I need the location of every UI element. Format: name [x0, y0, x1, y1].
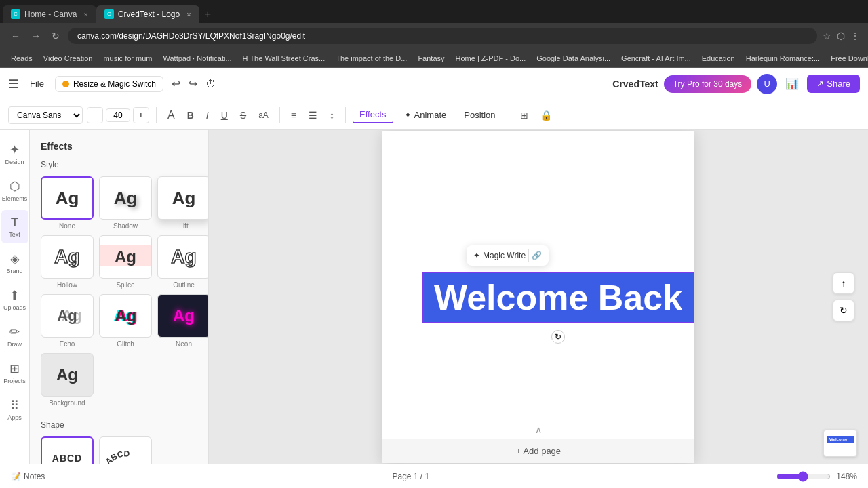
style-item-echo[interactable]: Ag Ag Echo	[41, 294, 94, 348]
animate-button[interactable]: ✦ Animate	[397, 107, 454, 123]
tab-home-close[interactable]: ×	[83, 10, 87, 18]
text-color-button[interactable]: A	[163, 106, 179, 124]
reload-button[interactable]: ↻	[49, 29, 62, 43]
bookmark-gencraft[interactable]: Gencraft - AI Art Im...	[617, 53, 695, 64]
tab-crvedtext-close[interactable]: ×	[186, 10, 191, 18]
zoom-in-button[interactable]: ↑	[833, 272, 854, 294]
resize-handle-button[interactable]: ⊞	[516, 107, 532, 123]
effects-button[interactable]: Effects	[353, 106, 393, 123]
menu-button[interactable]: ⋮	[850, 30, 860, 41]
bookmark-fantasy[interactable]: Fantasy	[414, 53, 448, 64]
welcome-text-container[interactable]: Welcome Back ↻	[422, 272, 694, 323]
style-preview-shadow: Ag	[99, 176, 152, 220]
welcome-text[interactable]: Welcome Back	[422, 272, 694, 323]
font-size-input[interactable]	[106, 108, 130, 122]
timer-button[interactable]: ⏱	[205, 78, 216, 90]
add-page-button[interactable]: + Add page	[382, 439, 694, 463]
font-selector[interactable]: Canva Sans	[8, 106, 83, 124]
sidebar-item-brand[interactable]: ◈ Brand	[1, 246, 28, 280]
try-pro-button[interactable]: Try Pro for 30 days	[664, 75, 752, 93]
bookmark-video[interactable]: Video Creation	[39, 53, 97, 64]
lock-button[interactable]: 🔒	[536, 107, 556, 123]
align-button[interactable]: ≡	[287, 107, 300, 123]
font-size-increase[interactable]: +	[133, 107, 149, 123]
new-tab-button[interactable]: +	[199, 5, 216, 23]
uppercase-button[interactable]: aA	[254, 108, 273, 123]
style-item-lift[interactable]: Ag Lift	[157, 176, 209, 230]
bookmark-education[interactable]: Education	[698, 53, 739, 64]
hamburger-button[interactable]: ☰	[8, 77, 19, 92]
underline-button[interactable]: U	[217, 107, 232, 123]
style-item-hollow[interactable]: Ag Hollow	[41, 235, 94, 289]
style-item-none[interactable]: Ag None	[41, 176, 94, 230]
bookmark-google-data[interactable]: Google Data Analysi...	[532, 53, 614, 64]
redo-button[interactable]: ↪	[186, 76, 200, 92]
tab-crvedtext[interactable]: C CrvedText - Logo ×	[96, 5, 199, 23]
bookmark-harlequin[interactable]: Harlequin Romance:...	[742, 53, 824, 64]
refresh-button[interactable]: ↻	[833, 300, 854, 321]
file-button[interactable]: File	[24, 76, 50, 92]
style-item-glitch[interactable]: Ag Glitch	[99, 294, 152, 348]
notes-button[interactable]: 📝 Notes	[11, 472, 45, 481]
style-item-outline[interactable]: Ag Outline	[157, 235, 209, 289]
magic-link-button[interactable]: 🔗	[532, 251, 542, 260]
sidebar-item-draw[interactable]: ✏ Draw	[1, 319, 28, 353]
bookmark-freedl[interactable]: Free Download Books	[827, 53, 868, 64]
browser-chrome: C Home - Canva × C CrvedText - Logo × + …	[0, 0, 868, 68]
magic-write-button[interactable]: ✦ Magic Write	[473, 251, 526, 260]
sidebar-item-apps[interactable]: ⠿ Apps	[1, 392, 28, 426]
style-preview-neon: Ag	[157, 294, 209, 338]
sidebar-item-design[interactable]: ✦ Design	[1, 137, 28, 171]
bookmark-music[interactable]: music for mum	[99, 53, 156, 64]
bold-button[interactable]: B	[183, 107, 198, 123]
secondary-toolbar: Canva Sans − + A B I U S aA ≡ ☰ ↕ Effect…	[0, 100, 868, 130]
style-item-splice[interactable]: Ag Splice	[99, 235, 152, 289]
zoom-slider[interactable]	[776, 471, 831, 482]
brand-name: CrvedText	[612, 79, 658, 89]
user-avatar[interactable]: U	[757, 74, 777, 94]
style-section-label: Style	[41, 160, 197, 169]
style-label-hollow: Hollow	[57, 281, 77, 289]
bookmark-wattpad[interactable]: Wattpad · Notificati...	[159, 53, 236, 64]
bookmark-wsj[interactable]: H The Wall Street Cras...	[239, 53, 330, 64]
url-input[interactable]	[68, 28, 817, 44]
rotate-handle[interactable]: ↻	[551, 330, 565, 344]
sidebar-item-elements[interactable]: ⬡ Elements	[1, 174, 28, 207]
bullet-list-button[interactable]: ☰	[304, 107, 321, 123]
italic-button[interactable]: I	[202, 107, 213, 123]
notes-icon: 📝	[11, 472, 21, 481]
page-info: Page 1 / 1	[392, 472, 429, 481]
tab-home-canva[interactable]: C Home - Canva ×	[3, 5, 96, 23]
sidebar-item-projects[interactable]: ⊞ Projects	[1, 356, 28, 390]
shape-item-curve[interactable]: ABCD Curve	[99, 436, 152, 464]
sidebar-item-text[interactable]: T Text	[1, 210, 28, 243]
style-item-background[interactable]: Ag Background	[41, 353, 94, 407]
favicon-home: C	[11, 9, 20, 19]
left-sidebar: ✦ Design ⬡ Elements T Text ◈ Brand ⬆ Upl…	[0, 130, 30, 464]
line-spacing-button[interactable]: ↕	[326, 107, 338, 123]
design-icon: ✦	[9, 142, 20, 157]
strikethrough-button[interactable]: S	[236, 107, 250, 123]
analytics-button[interactable]: 📊	[783, 75, 802, 93]
style-item-neon[interactable]: Ag Neon	[157, 294, 209, 348]
bookmark-zpdf[interactable]: Home | Z-PDF - Do...	[452, 53, 530, 64]
style-item-shadow[interactable]: Ag Shadow	[99, 176, 152, 230]
shape-item-none[interactable]: ABCD None	[41, 436, 94, 464]
font-size-decrease[interactable]: −	[87, 107, 103, 123]
bookmark-impact[interactable]: The impact of the D...	[332, 53, 411, 64]
resize-magic-switch[interactable]: Resize & Magic Switch	[55, 76, 163, 92]
position-button[interactable]: Position	[457, 107, 502, 123]
undo-button[interactable]: ↩	[169, 76, 183, 92]
share-button[interactable]: ↗ Share	[807, 75, 860, 93]
back-button[interactable]: ←	[8, 29, 23, 43]
bookmark-button[interactable]: ☆	[823, 30, 831, 41]
bookmark-reads[interactable]: Reads	[7, 53, 37, 64]
sidebar-projects-label: Projects	[3, 378, 26, 384]
canvas-right-tools: ↑ ↻	[833, 272, 854, 321]
extensions-button[interactable]: ⬡	[837, 30, 845, 41]
sidebar-item-uploads[interactable]: ⬆ Uploads	[1, 283, 28, 317]
style-label-lift: Lift	[179, 222, 188, 230]
zoom-controls: 148%	[776, 471, 857, 482]
page-thumbnail: Welcome	[823, 430, 857, 457]
forward-button[interactable]: →	[28, 29, 43, 43]
